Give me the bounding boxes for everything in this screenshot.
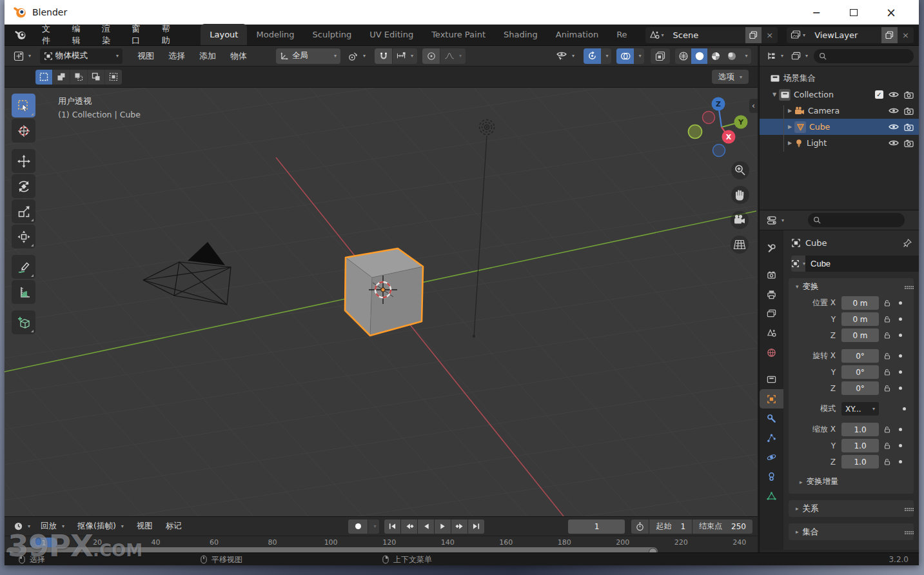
timeline-ruler[interactable]: 2040 6080 100120 140160 180200 220240 1 [5, 536, 758, 553]
menu-marker[interactable]: 标记 [159, 521, 188, 532]
end-frame-field[interactable]: 结束点 250 [693, 520, 752, 534]
light-object[interactable] [473, 120, 495, 338]
scene-name[interactable]: Scene [668, 30, 746, 40]
options-dropdown[interactable]: 选项 ▾ [712, 70, 749, 84]
blender-menu-button[interactable] [5, 25, 34, 45]
shading-solid-button[interactable] [691, 48, 707, 64]
gizmo-negative-x[interactable] [703, 112, 715, 124]
collections-panel[interactable]: ▸ 集合 [789, 523, 914, 540]
tab-object[interactable] [760, 389, 783, 409]
select-invert-button[interactable] [88, 70, 104, 85]
editor-type-button[interactable]: ▾ [10, 48, 35, 64]
drag-dots-icon[interactable] [905, 531, 906, 532]
use-preview-range-button[interactable] [631, 520, 649, 534]
select-subtract-button[interactable] [70, 70, 87, 85]
current-frame-field[interactable]: 1 [568, 520, 625, 534]
shading-rendered-button[interactable] [723, 48, 740, 64]
visibility-dropdown[interactable]: ▾ [552, 48, 578, 64]
play-button[interactable] [435, 520, 451, 534]
menu-file[interactable]: 文件 [34, 25, 64, 45]
scale-z-field[interactable]: 1.0 [841, 455, 879, 469]
tab-animation[interactable]: Animation [547, 24, 607, 45]
viewlayer-name[interactable]: ViewLayer [809, 30, 881, 40]
close-button[interactable]: × [872, 0, 910, 25]
transform-orientation-dropdown[interactable]: 全局 ▾ [276, 48, 340, 64]
menu-help[interactable]: 帮助 [154, 25, 184, 45]
tab-physics[interactable] [760, 447, 783, 467]
menu-select[interactable]: 选择 [161, 50, 192, 62]
tab-output[interactable] [760, 285, 783, 304]
gizmo-negative-y[interactable] [689, 125, 702, 139]
shading-wireframe-button[interactable] [675, 48, 691, 64]
tab-modifiers[interactable] [760, 409, 783, 428]
tab-uv-editing[interactable]: UV Editing [360, 24, 422, 45]
tab-object-data[interactable] [760, 486, 783, 505]
snap-toggle[interactable] [375, 48, 392, 64]
menu-keying[interactable]: 抠像(插帧)▾ [71, 521, 130, 532]
properties-search[interactable] [808, 213, 905, 227]
lock-icon[interactable] [883, 316, 891, 323]
scene-browse-button[interactable]: ▾ [645, 27, 668, 43]
animate-dot[interactable] [899, 460, 902, 463]
transform-panel-header[interactable]: ▾ 变换 [789, 278, 914, 295]
tab-world[interactable] [760, 343, 783, 362]
camera-object[interactable] [143, 242, 231, 305]
collapse-arrow-icon[interactable]: ▼ [770, 92, 779, 97]
shading-settings-dropdown[interactable]: ▾ [740, 48, 751, 64]
tab-collection[interactable] [760, 370, 783, 389]
proportional-falloff-dropdown[interactable]: ▾ [440, 48, 466, 64]
outliner-row-scene-collection[interactable]: 场景集合 [760, 70, 919, 86]
move-tool[interactable] [12, 149, 35, 173]
outliner-search-input[interactable] [831, 52, 869, 61]
select-box-tool[interactable] [12, 94, 35, 117]
proportional-editing-toggle[interactable] [422, 48, 440, 64]
tab-scene[interactable] [760, 323, 783, 343]
zoom-button[interactable] [731, 161, 749, 179]
location-y-field[interactable]: 0 m [841, 312, 879, 326]
lock-icon[interactable] [883, 332, 891, 339]
collection-checkbox[interactable]: ✓ [875, 90, 883, 99]
rotation-y-field[interactable]: 0° [841, 365, 879, 379]
tab-constraints[interactable] [760, 467, 783, 486]
properties-search-input[interactable] [825, 216, 863, 225]
outliner-search[interactable] [814, 49, 914, 63]
lock-icon[interactable] [883, 442, 891, 450]
tab-layout[interactable]: Layout [201, 24, 247, 45]
rotation-x-field[interactable]: 0° [841, 349, 879, 363]
animate-dot[interactable] [899, 370, 902, 374]
object-browse-button[interactable]: ▾ [791, 256, 805, 272]
overlays-settings-dropdown[interactable]: ▾ [634, 48, 644, 64]
animate-dot[interactable] [899, 334, 902, 337]
animate-dot[interactable] [899, 318, 902, 321]
eye-icon[interactable] [889, 123, 899, 130]
tab-texture-paint[interactable]: Texture Paint [422, 24, 495, 45]
breadcrumb-object-name[interactable]: Cube [805, 238, 827, 248]
select-extend-button[interactable] [53, 70, 70, 85]
animate-dot[interactable] [899, 301, 902, 305]
animate-dot[interactable] [899, 444, 902, 447]
gizmo-negative-z[interactable] [713, 145, 725, 157]
render-camera-icon[interactable] [904, 107, 914, 115]
menu-edit[interactable]: 编辑 [64, 25, 93, 45]
relations-panel[interactable]: ▸ 关系 [789, 500, 914, 517]
eye-icon[interactable] [889, 107, 899, 114]
location-z-field[interactable]: 0 m [841, 328, 879, 342]
lock-icon[interactable] [883, 368, 891, 376]
lock-icon[interactable] [883, 385, 891, 392]
previous-keyframe-button[interactable] [401, 520, 417, 534]
animate-dot[interactable] [903, 407, 906, 410]
properties-editor-type-button[interactable]: ▾ [765, 212, 786, 228]
outliner-row-collection[interactable]: ▼ Collection ✓ [760, 86, 919, 103]
location-x-field[interactable]: 0 m [841, 296, 879, 310]
auto-keying-dropdown[interactable]: ▾ [368, 520, 379, 534]
render-camera-icon[interactable] [904, 91, 914, 99]
menu-window[interactable]: 窗口 [124, 25, 153, 45]
scale-x-field[interactable]: 1.0 [841, 423, 879, 436]
show-overlays-toggle[interactable] [616, 48, 634, 64]
annotate-tool[interactable] [12, 255, 35, 279]
menu-view[interactable]: 视图 [130, 50, 161, 62]
tab-tool[interactable] [760, 238, 783, 257]
show-gizmo-toggle[interactable] [584, 48, 601, 64]
mode-dropdown[interactable]: 物体模式 ▾ [40, 48, 123, 64]
eye-icon[interactable] [889, 91, 899, 98]
